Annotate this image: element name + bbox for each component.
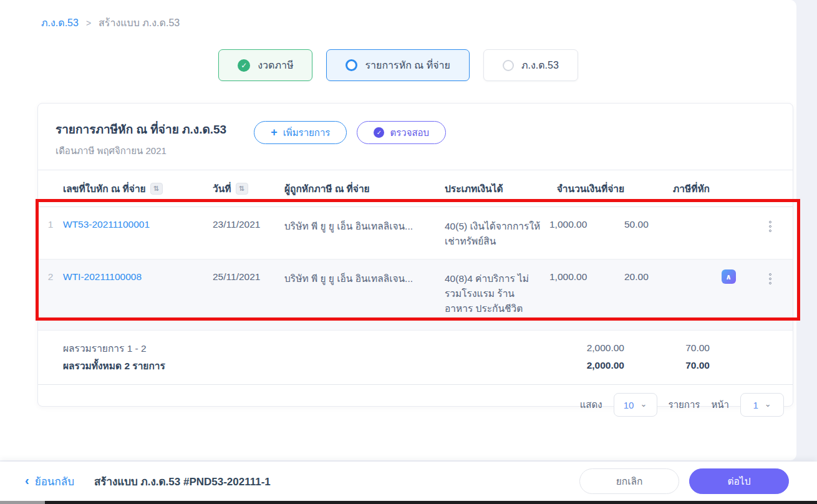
pagination-items-label: รายการ: [669, 397, 700, 412]
chevron-left-icon: ‹: [25, 473, 29, 488]
step-tabs: ✓ งวดภาษี รายการหัก ณ ที่จ่าย ภ.ง.ด.53: [0, 49, 796, 81]
chevron-down-icon: ⌄: [640, 399, 647, 409]
row-payee: บริษัท พี ยู ยู เอ็น อินเทลลิเจน...: [284, 207, 445, 259]
row-index: 1: [38, 207, 63, 259]
summary-total-tax: 70.00: [624, 360, 710, 371]
chevron-down-icon: ⌄: [765, 399, 771, 409]
pagination: แสดง 10 ⌄ รายการ หน้า 1 ⌄: [38, 385, 793, 425]
row-actions-menu-icon[interactable]: [747, 259, 793, 330]
table-summary: ผลรวมรายการ 1 - 2 2,000.00 70.00 ผลรวมทั…: [38, 331, 793, 385]
step-label: รายการหัก ณ ที่จ่าย: [365, 57, 450, 73]
add-item-label: เพิ่มรายการ: [283, 125, 331, 140]
row-income-type: 40(5) เงินได้จากการให้เช่า​ทรัพย์สิน: [445, 207, 549, 259]
pagination-show-label: แสดง: [580, 397, 602, 412]
radio-unselected-icon: [503, 60, 514, 71]
row-amount: 1,000.00: [549, 259, 624, 330]
bottom-action-bar: ‹ ย้อนกลับ สร้างแบบ ภ.ง.ด.53 #PND53-2021…: [0, 462, 817, 501]
step-label: งวดภาษี: [258, 57, 293, 73]
add-item-button[interactable]: + เพิ่มรายการ: [254, 121, 347, 144]
card-subtitle: เดือนภาษี พฤศจิกายน 2021: [56, 143, 226, 158]
summary-total-label: ผลรวมทั้งหมด 2 รายการ: [63, 358, 445, 374]
step-pnd53[interactable]: ภ.ง.ด.53: [483, 49, 578, 81]
row-index: 2: [38, 259, 63, 330]
breadcrumb: ภ.ง.ด.53 > สร้างแบบ ภ.ง.ด.53: [41, 15, 180, 31]
document-title: สร้างแบบ ภ.ง.ด.53 #PND53-202111-1: [94, 473, 271, 490]
doc-no-link[interactable]: WT53-20211100001: [63, 219, 150, 230]
step-label: ภ.ง.ด.53: [521, 57, 559, 73]
summary-total-amount: 2,000.00: [549, 360, 624, 371]
row-date: 25/11/2021: [213, 259, 284, 330]
summary-range-label: ผลรวมรายการ 1 - 2: [63, 341, 445, 356]
sort-icon[interactable]: ⇅: [150, 183, 163, 195]
attachment-chevron-up-icon[interactable]: ∧: [722, 269, 736, 284]
back-button[interactable]: ‹ ย้อนกลับ: [25, 473, 74, 490]
row-tax: 20.00: [624, 259, 710, 330]
doc-no-link[interactable]: WTI-20211100008: [63, 271, 142, 283]
summary-range-amount: 2,000.00: [549, 342, 624, 354]
next-button[interactable]: ต่อไป: [689, 468, 789, 494]
header-income-type: ประเภทเงินได้: [445, 181, 549, 196]
table-row: 2 WTI-20211100008 25/11/2021 บริษัท พี ย…: [38, 259, 793, 331]
header-amount: จำนวนเงินที่จ่าย: [549, 181, 624, 196]
breadcrumb-current: สร้างแบบ ภ.ง.ด.53: [99, 15, 180, 31]
verify-label: ตรวจสอบ: [390, 125, 429, 140]
check-circle-icon: ✓: [374, 127, 384, 138]
header-payee: ผู้ถูกหักภาษี ณ ที่จ่าย: [284, 181, 445, 196]
sort-icon[interactable]: ⇅: [236, 183, 248, 195]
row-date: 23/11/2021: [213, 207, 284, 259]
step-withholding-items[interactable]: รายการหัก ณ ที่จ่าย: [326, 49, 469, 81]
step-tax-period[interactable]: ✓ งวดภาษี: [218, 49, 312, 81]
page-number-value: 1: [753, 400, 758, 410]
summary-range-tax: 70.00: [624, 342, 710, 354]
header-date: วันที่ ⇅: [213, 181, 284, 196]
page-number-select[interactable]: 1 ⌄: [740, 393, 784, 417]
step-complete-check-icon: ✓: [238, 59, 250, 72]
table-row: 1 WT53-20211100001 23/11/2021 บริษัท พี …: [38, 207, 793, 259]
table-header-row: เลขที่ใบหัก ณ ที่จ่าย ⇅ วันที่ ⇅ ผู้ถูกห…: [38, 170, 793, 207]
radio-selected-icon: [346, 59, 357, 71]
header-doc-no: เลขที่ใบหัก ณ ที่จ่าย ⇅: [63, 181, 213, 196]
breadcrumb-separator: >: [86, 18, 91, 28]
cancel-button[interactable]: ยกเลิก: [579, 468, 679, 494]
pagination-page-label: หน้า: [711, 397, 729, 412]
row-payee: บริษัท พี ยู ยู เอ็น อินเทลลิเจน...: [284, 259, 445, 330]
withholding-list-card: รายการภาษีหัก ณ ที่จ่าย ภ.ง.ด.53 เดือนภา…: [37, 103, 793, 407]
row-amount: 1,000.00: [549, 207, 624, 259]
window-bottom-edge: [0, 501, 817, 504]
card-header: รายการภาษีหัก ณ ที่จ่าย ภ.ง.ด.53 เดือนภา…: [38, 104, 793, 170]
back-label: ย้อนกลับ: [35, 473, 74, 490]
row-income-type: 40(8)4 ค่าบริการ ไม่รวม​โรงแรม ร้านอาหาร…: [445, 259, 549, 330]
plus-icon: +: [271, 126, 278, 139]
breadcrumb-root-link[interactable]: ภ.ง.ด.53: [41, 15, 79, 31]
page-size-select[interactable]: 10 ⌄: [614, 393, 657, 417]
page-size-value: 10: [624, 400, 634, 410]
card-title: รายการภาษีหัก ณ ที่จ่าย ภ.ง.ด.53: [56, 120, 226, 138]
header-tax: ภาษีที่หัก: [624, 181, 710, 196]
row-actions-menu-icon[interactable]: [747, 207, 793, 259]
verify-button[interactable]: ✓ ตรวจสอบ: [357, 121, 446, 144]
row-tax: 50.00: [624, 207, 710, 259]
